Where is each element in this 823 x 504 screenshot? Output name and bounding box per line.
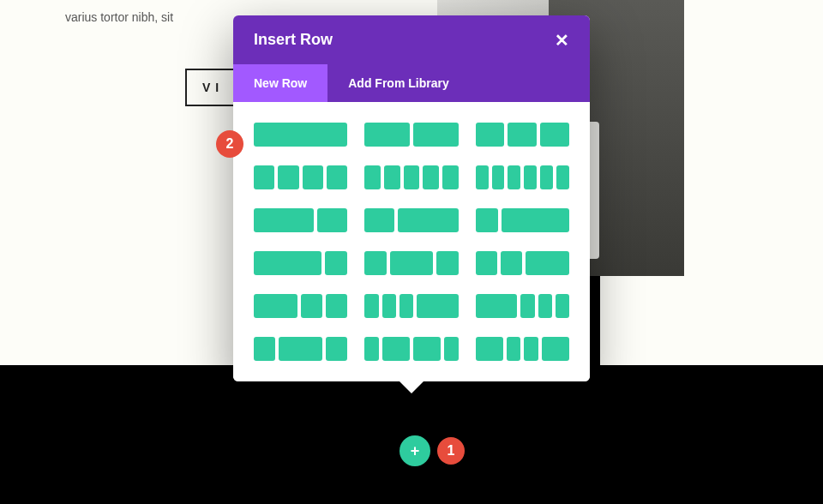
- plus-icon: +: [411, 442, 420, 460]
- layout-col: [476, 123, 505, 147]
- annotation-badge-1: 1: [437, 437, 465, 465]
- layout-col: [254, 208, 314, 232]
- layout-option-full[interactable]: [254, 123, 347, 147]
- layout-option-quarter-quarter-half[interactable]: [476, 251, 569, 275]
- layout-col: [556, 294, 569, 318]
- layout-option-half-sixth-sixth-sixth[interactable]: [476, 294, 569, 318]
- layout-col: [382, 337, 410, 361]
- layout-option-sixth-sixth-sixth-half[interactable]: [364, 294, 458, 318]
- layout-option-quarters[interactable]: [254, 165, 347, 189]
- layout-col: [524, 165, 537, 189]
- layout-option-quarter-half-quarter[interactable]: [364, 251, 458, 275]
- layout-col: [384, 165, 400, 189]
- layout-col: [476, 208, 498, 232]
- layout-col: [254, 165, 274, 189]
- tab-new-row[interactable]: New Row: [233, 64, 327, 102]
- layout-col: [442, 165, 459, 189]
- layout-col: [326, 337, 347, 361]
- layout-col: [476, 251, 497, 275]
- layout-col: [501, 251, 522, 275]
- layout-col: [404, 165, 420, 189]
- layout-col: [364, 123, 410, 147]
- layout-col: [254, 123, 347, 147]
- layout-col: [492, 165, 505, 189]
- layout-option-three-quarter-quarter[interactable]: [254, 251, 347, 275]
- layout-col: [538, 294, 552, 318]
- layout-col: [364, 251, 386, 275]
- layout-col: [524, 337, 538, 361]
- cta-button-partial[interactable]: V I: [185, 69, 237, 106]
- layout-col: [556, 165, 569, 189]
- layout-col: [301, 294, 322, 318]
- close-icon[interactable]: ✕: [555, 32, 569, 49]
- layout-col: [417, 294, 459, 318]
- layout-col: [423, 165, 439, 189]
- layout-col: [444, 337, 458, 361]
- layout-option-third-two-third[interactable]: [364, 208, 458, 232]
- add-section-button[interactable]: +: [399, 435, 430, 466]
- layout-col: [364, 208, 394, 232]
- layout-col: [508, 123, 537, 147]
- modal-title: Insert Row: [254, 31, 333, 49]
- layout-col: [254, 337, 275, 361]
- layout-col: [542, 337, 569, 361]
- layout-col: [364, 165, 381, 189]
- layout-col: [520, 294, 534, 318]
- layout-col: [254, 294, 297, 318]
- layout-col: [399, 294, 413, 318]
- modal-arrow-icon: [399, 381, 424, 393]
- layout-col: [398, 208, 458, 232]
- body-text: varius tortor nibh, sit: [65, 10, 173, 24]
- layout-col: [540, 123, 569, 147]
- layout-col: [327, 165, 347, 189]
- layout-col: [476, 337, 503, 361]
- layout-col: [436, 251, 458, 275]
- layout-option-third-sixth-sixth-third[interactable]: [476, 337, 569, 361]
- layout-option-sixths[interactable]: [476, 165, 569, 189]
- layout-col: [476, 165, 489, 189]
- layout-col: [317, 208, 347, 232]
- modal-header: Insert Row ✕: [233, 15, 590, 64]
- layout-option-fifths[interactable]: [364, 165, 458, 189]
- layout-grid: [233, 102, 590, 381]
- layout-col: [364, 337, 378, 361]
- layout-col: [526, 251, 569, 275]
- layout-col: [364, 294, 378, 318]
- layout-option-quarter-half-quarter-b[interactable]: [254, 337, 347, 361]
- insert-row-modal: Insert Row ✕ New Row Add From Library: [233, 15, 590, 381]
- layout-col: [303, 165, 323, 189]
- layout-option-two-third-third[interactable]: [254, 208, 347, 232]
- layout-col: [413, 123, 459, 147]
- layout-col: [508, 165, 520, 189]
- modal-tabs: New Row Add From Library: [233, 64, 590, 102]
- layout-option-sixth-third-third-sixth[interactable]: [364, 337, 458, 361]
- layout-option-thirds[interactable]: [476, 123, 569, 147]
- layout-col: [278, 165, 298, 189]
- layout-option-half-half[interactable]: [364, 123, 458, 147]
- layout-col: [502, 208, 569, 232]
- layout-col: [390, 251, 434, 275]
- layout-option-half-quarter-quarter[interactable]: [254, 294, 347, 318]
- layout-col: [476, 294, 518, 318]
- tab-add-from-library[interactable]: Add From Library: [327, 64, 469, 102]
- layout-col: [413, 337, 441, 361]
- annotation-badge-2: 2: [216, 130, 243, 158]
- layout-col: [382, 294, 396, 318]
- layout-col: [279, 337, 322, 361]
- layout-col: [326, 294, 347, 318]
- layout-col: [540, 165, 553, 189]
- layout-col: [254, 251, 321, 275]
- layout-col: [325, 251, 347, 275]
- layout-option-quarter-three-quarter[interactable]: [476, 208, 569, 232]
- layout-col: [507, 337, 520, 361]
